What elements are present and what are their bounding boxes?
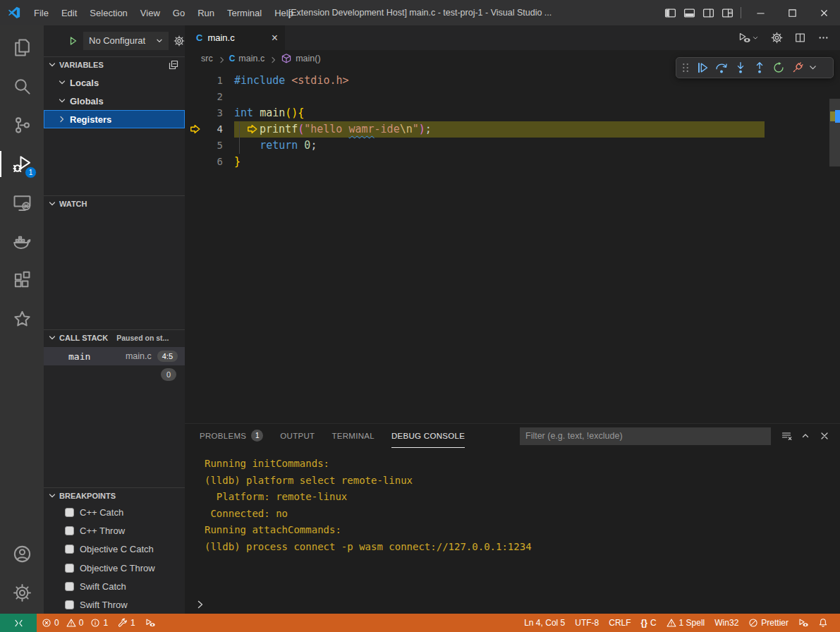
debug-settings-gear-icon[interactable] [174,35,185,47]
activity-extensions[interactable] [0,261,44,300]
customize-layout-button[interactable] [718,0,737,25]
remote-indicator[interactable] [0,614,37,632]
activity-source-control[interactable] [0,106,44,145]
status-tools-counter[interactable]: 1 [113,614,140,632]
activity-star[interactable] [0,300,44,339]
editor-action-more-actions[interactable] [817,32,829,44]
debug-step-over-button[interactable] [712,59,731,77]
collapse-all-icon[interactable] [168,59,179,71]
breakpoint-checkbox[interactable] [65,508,74,517]
menu-selection[interactable]: Selection [83,0,133,25]
breakpoint-checkbox[interactable] [65,545,74,554]
code-line-2[interactable]: 2 [185,89,840,105]
variables-item-registers[interactable]: Registers [44,110,185,128]
debug-restart-button[interactable] [769,59,788,77]
variables-item-locals[interactable]: Locals [44,73,185,92]
editor-action-settings-gear[interactable] [771,32,783,44]
activity-remote-explorer[interactable] [0,183,44,222]
breakpoint-checkbox[interactable] [65,600,74,609]
toggle-panel-button[interactable] [680,0,699,25]
breakpoint-c-catch[interactable]: C++ Catch [44,503,185,521]
start-debugging-button[interactable] [67,35,78,47]
close-tab-icon[interactable]: × [272,32,278,44]
breakpoint-gutter[interactable] [185,105,206,121]
status-notifications[interactable] [813,614,833,632]
activity-settings[interactable] [0,573,44,612]
clear-console-button[interactable] [781,430,792,442]
debug-step-into-button[interactable] [731,59,750,77]
breakpoint-gutter[interactable] [185,73,206,89]
breakpoint-swift-throw[interactable]: Swift Throw [44,595,185,614]
close-panel-button[interactable] [819,430,830,442]
breakpoints-section-header[interactable]: BREAKPOINTS [44,487,185,503]
code-line-6[interactable]: 6} [185,154,840,170]
breadcrumb-src[interactable]: src [201,54,213,63]
breakpoint-swift-catch[interactable]: Swift Catch [44,577,185,595]
activity-run-and-debug[interactable]: 1 [0,145,44,183]
debug-console[interactable]: Running initCommands:(lldb) platform sel… [185,448,840,614]
breakpoint-gutter[interactable] [185,89,206,105]
status-language-mode[interactable]: {}C [636,614,662,632]
breakpoint-checkbox[interactable] [65,526,74,535]
toggle-secondary-sidebar-button[interactable] [699,0,718,25]
activity-docker[interactable] [0,222,44,261]
maximize-button[interactable] [777,0,808,25]
status-debug-status[interactable] [793,614,813,632]
console-prompt-chevron-icon[interactable] [195,599,206,610]
debug-step-out-button[interactable] [750,59,769,77]
overview-ruler[interactable] [829,67,840,423]
status-debug-indicator[interactable] [140,614,160,632]
tab-main.c[interactable]: C main.c × [185,25,285,50]
debug-chevron-down[interactable] [807,59,819,77]
code-editor[interactable]: 1#include <stdio.h>23int main(){4printf(… [185,67,840,423]
breakpoint-objective-c-throw[interactable]: Objective C Throw [44,559,185,577]
activity-search[interactable] [0,67,44,106]
activity-accounts[interactable] [0,535,44,573]
menu-go[interactable]: Go [166,0,191,25]
code-line-4[interactable]: 4printf("hello wamr-ide\n"); [185,121,840,138]
status-diagnostics[interactable]: 001 [37,614,113,632]
breakpoint-gutter[interactable] [185,121,206,138]
watch-section-header[interactable]: WATCH [44,195,185,211]
menu-run[interactable]: Run [191,0,221,25]
variables-item-globals[interactable]: Globals [44,92,185,110]
debug-disconnect-button[interactable] [788,59,807,77]
call-stack-section-header[interactable]: CALL STACK Paused on st... [44,329,185,345]
panel-tab-terminal[interactable]: TERMINAL [331,424,375,448]
panel-tab-output[interactable]: OUTPUT [280,424,315,448]
close-button[interactable] [808,0,840,25]
debug-continue-button[interactable] [693,59,712,77]
toggle-sidebar-button[interactable] [661,0,680,25]
scrollbar-slider[interactable] [829,99,840,166]
breakpoint-gutter[interactable] [185,138,206,154]
status-encoding[interactable]: UTF-8 [570,614,604,632]
breakpoint-objective-c-catch[interactable]: Objective C Catch [44,540,185,559]
menu-edit[interactable]: Edit [55,0,83,25]
breakpoint-gutter[interactable] [185,154,206,170]
breakpoint-checkbox[interactable] [65,564,74,573]
breakpoint-c-throw[interactable]: C++ Throw [44,521,185,540]
stack-frame-main[interactable]: main main.c 4:5 [44,347,185,365]
breakpoint-checkbox[interactable] [65,582,74,591]
debug-config-dropdown[interactable]: No Configurat [83,32,169,50]
menu-terminal[interactable]: Terminal [221,0,268,25]
menu-file[interactable]: File [28,0,55,25]
panel-tab-debug-console[interactable]: DEBUG CONSOLE [391,424,465,448]
status-prettier[interactable]: Prettier [743,614,793,632]
breadcrumb-symbol[interactable]: main() [296,54,320,63]
panel-tab-problems[interactable]: PROBLEMS1 [200,424,263,448]
editor-action-run-or-debug[interactable] [738,32,760,44]
minimize-button[interactable] [745,0,777,25]
status-cursor-position[interactable]: Ln 4, Col 5 [519,614,570,632]
editor-action-split-editor[interactable] [794,32,806,44]
debug-console-filter-input[interactable] [520,427,771,445]
variables-section-header[interactable]: VARIABLES [44,56,185,72]
maximize-panel-button[interactable] [800,430,811,442]
status-eol[interactable]: CRLF [604,614,635,632]
menu-view[interactable]: View [134,0,166,25]
breadcrumb-file[interactable]: main.c [238,54,264,63]
code-line-5[interactable]: 5 return 0; [185,138,840,154]
status-spell-status[interactable]: 1 Spell [662,614,710,632]
status-platform[interactable]: Win32 [710,614,743,632]
code-line-3[interactable]: 3int main(){ [185,105,840,121]
